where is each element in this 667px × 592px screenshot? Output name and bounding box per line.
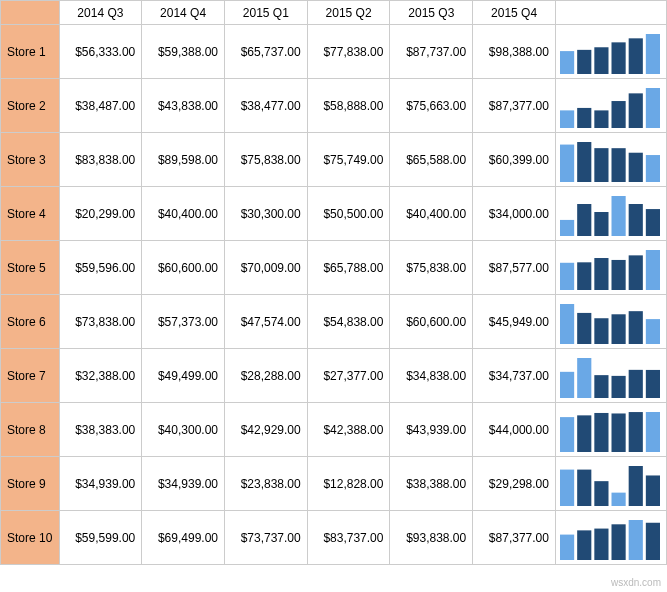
table-row: Store 1$56,333.00$59,388.00$65,737.00$77…: [1, 25, 667, 79]
sparkline-chart: [560, 192, 660, 236]
value-cell: $98,388.00: [473, 25, 556, 79]
corner-cell: [1, 1, 60, 25]
value-cell: $40,300.00: [142, 403, 225, 457]
row-header: Store 10: [1, 511, 60, 565]
value-cell: $40,400.00: [142, 187, 225, 241]
header-row: 2014 Q32014 Q42015 Q12015 Q22015 Q32015 …: [1, 1, 667, 25]
sparkline-bar: [646, 369, 660, 397]
sparkline-bar: [629, 311, 643, 344]
sparkline-bar: [646, 250, 660, 290]
sparkline-bar: [629, 255, 643, 290]
sparkline-cell: [555, 349, 666, 403]
value-cell: $83,838.00: [59, 133, 142, 187]
value-cell: $75,838.00: [224, 133, 307, 187]
sparkline-bar: [560, 51, 574, 74]
sparkline-bar: [560, 469, 574, 505]
sparkline-bar: [560, 219, 574, 235]
sparkline-cell: [555, 457, 666, 511]
value-cell: $60,600.00: [142, 241, 225, 295]
sparkline-bar: [629, 412, 643, 452]
sparkline-bar: [577, 204, 591, 236]
value-cell: $65,737.00: [224, 25, 307, 79]
table-row: Store 7$32,388.00$49,499.00$28,288.00$27…: [1, 349, 667, 403]
sparkline-bar: [629, 152, 643, 181]
value-cell: $44,000.00: [473, 403, 556, 457]
value-cell: $56,333.00: [59, 25, 142, 79]
sparkline-bar: [577, 530, 591, 560]
sparkline-cell: [555, 403, 666, 457]
row-header: Store 4: [1, 187, 60, 241]
sparkline-chart: [560, 516, 660, 560]
row-header: Store 3: [1, 133, 60, 187]
sparkline-bar: [594, 481, 608, 506]
sparkline-bar: [629, 93, 643, 128]
row-header: Store 6: [1, 295, 60, 349]
value-cell: $73,838.00: [59, 295, 142, 349]
sparkline-chart: [560, 354, 660, 398]
value-cell: $65,588.00: [390, 133, 473, 187]
sparkline-bar: [594, 258, 608, 290]
value-cell: $70,009.00: [224, 241, 307, 295]
column-header: 2015 Q4: [473, 1, 556, 25]
sparkline-bar: [560, 110, 574, 128]
sparkline-bar: [646, 522, 660, 559]
sparkline-bar: [646, 209, 660, 236]
row-header: Store 5: [1, 241, 60, 295]
value-cell: $60,399.00: [473, 133, 556, 187]
value-cell: $34,838.00: [390, 349, 473, 403]
sparkline-bar: [629, 520, 643, 560]
sparkline-bar: [629, 204, 643, 236]
value-cell: $59,388.00: [142, 25, 225, 79]
table-row: Store 2$38,487.00$43,838.00$38,477.00$58…: [1, 79, 667, 133]
sparkline-bar: [560, 144, 574, 181]
sparkline-chart: [560, 462, 660, 506]
sparkline-bar: [629, 466, 643, 506]
table-row: Store 9$34,939.00$34,939.00$23,838.00$12…: [1, 457, 667, 511]
sparkline-bar: [577, 107, 591, 127]
store-table: 2014 Q32014 Q42015 Q12015 Q22015 Q32015 …: [0, 0, 667, 565]
value-cell: $93,838.00: [390, 511, 473, 565]
table-row: Store 4$20,299.00$40,400.00$30,300.00$50…: [1, 187, 667, 241]
sparkline-cell: [555, 511, 666, 565]
value-cell: $49,499.00: [142, 349, 225, 403]
value-cell: $43,838.00: [142, 79, 225, 133]
sparkline-bar: [594, 318, 608, 344]
sparkline-bar: [594, 212, 608, 236]
value-cell: $87,577.00: [473, 241, 556, 295]
row-header: Store 7: [1, 349, 60, 403]
value-cell: $75,838.00: [390, 241, 473, 295]
value-cell: $38,477.00: [224, 79, 307, 133]
value-cell: $77,838.00: [307, 25, 390, 79]
table-body: Store 1$56,333.00$59,388.00$65,737.00$77…: [1, 25, 667, 565]
value-cell: $59,596.00: [59, 241, 142, 295]
sparkline-bar: [611, 101, 625, 128]
value-cell: $87,377.00: [473, 79, 556, 133]
value-cell: $29,298.00: [473, 457, 556, 511]
value-cell: $30,300.00: [224, 187, 307, 241]
sparkline-chart: [560, 408, 660, 452]
value-cell: $12,828.00: [307, 457, 390, 511]
sparkline-cell: [555, 187, 666, 241]
value-cell: $38,383.00: [59, 403, 142, 457]
value-cell: $43,939.00: [390, 403, 473, 457]
sparkline-chart: [560, 300, 660, 344]
value-cell: $32,388.00: [59, 349, 142, 403]
sparkline-bar: [560, 304, 574, 344]
row-header: Store 2: [1, 79, 60, 133]
row-header: Store 1: [1, 25, 60, 79]
sparkline-bar: [646, 475, 660, 506]
sparkline-cell: [555, 241, 666, 295]
value-cell: $59,599.00: [59, 511, 142, 565]
column-header: 2015 Q1: [224, 1, 307, 25]
value-cell: $83,737.00: [307, 511, 390, 565]
sparkline-bar: [629, 369, 643, 397]
column-header: 2014 Q4: [142, 1, 225, 25]
sparkline-cell: [555, 133, 666, 187]
sparkline-bar: [594, 47, 608, 74]
sparkline-bar: [594, 412, 608, 451]
sparkline-cell: [555, 25, 666, 79]
value-cell: $38,487.00: [59, 79, 142, 133]
value-cell: $60,600.00: [390, 295, 473, 349]
sparkline-chart: [560, 246, 660, 290]
value-cell: $65,788.00: [307, 241, 390, 295]
